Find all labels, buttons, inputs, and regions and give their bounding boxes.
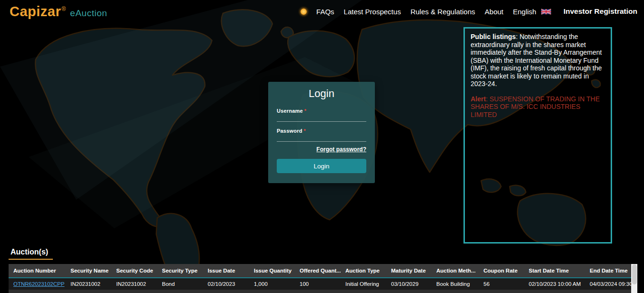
col-issue-date: Issue Date (203, 264, 249, 278)
cell-auction-number: OTNR62023102CPP (9, 278, 66, 290)
login-panel: Login Username* Password* Forgot passwor… (268, 82, 375, 183)
table-next-row-strip (9, 290, 631, 293)
col-auction-method: Auction Meth... (432, 264, 479, 278)
username-required-asterisk: * (304, 108, 306, 114)
password-input[interactable] (277, 134, 366, 142)
col-security-type: Security Type (157, 264, 203, 278)
username-label-text: Username (277, 108, 303, 114)
login-button[interactable]: Login (277, 159, 366, 173)
cell-security-code: IN20231002 (111, 278, 157, 290)
scrollbar-thumb[interactable] (632, 264, 637, 284)
col-auction-number: Auction Number (9, 264, 66, 278)
password-label: Password* (277, 128, 366, 134)
auctions-table-container: Auction Number Security Name Security Co… (9, 264, 637, 293)
password-label-text: Password (277, 128, 302, 134)
auctions-table: Auction Number Security Name Security Co… (9, 264, 631, 290)
cell-issue-quantity: 1,000 (249, 278, 295, 290)
password-required-asterisk: * (304, 128, 306, 134)
forgot-password-link[interactable]: Forgot password? (277, 146, 366, 153)
login-title: Login (277, 88, 366, 100)
public-listings-label: Public listings (471, 33, 516, 40)
col-end-date-time: End Date Time (585, 264, 631, 278)
table-header-row: Auction Number Security Name Security Co… (9, 264, 631, 278)
username-label: Username* (277, 108, 366, 114)
col-security-name: Security Name (66, 264, 111, 278)
col-maturity-date: Maturity Date (386, 264, 432, 278)
brand-name: Capizar (10, 4, 61, 20)
cell-security-name: IN20231002 (66, 278, 111, 290)
table-row: OTNR62023102CPP IN20231002 IN20231002 Bo… (9, 278, 631, 290)
col-coupon-rate: Coupon Rate (479, 264, 524, 278)
nav-menu: FAQs Latest Prospectus Rules & Regulatio… (301, 7, 637, 16)
top-navigation-bar: Capizar ® eAuction FAQs Latest Prospectu… (0, 0, 644, 23)
col-issue-quantity: Issue Quantity (249, 264, 295, 278)
cell-coupon-rate: 56 (479, 278, 524, 290)
uk-flag-icon (541, 9, 551, 15)
investor-registration-link[interactable]: Investor Registration (564, 7, 637, 16)
alert-paragraph: Alert: SUSPENSION OF TRADING IN THE SHAR… (471, 95, 605, 119)
nav-item-about[interactable]: About (485, 8, 503, 16)
auctions-heading: Auction(s) (9, 248, 53, 260)
col-start-date-time: Start Date Time (524, 264, 585, 278)
public-listings-text: : Notwithstanding the extraordinary rall… (471, 33, 602, 88)
brand-product-name: eAuction (70, 8, 107, 19)
public-listings-paragraph: Public listings: Notwithstanding the ext… (471, 33, 605, 88)
public-notice-panel: Public listings: Notwithstanding the ext… (463, 27, 612, 244)
col-security-code: Security Code (111, 264, 157, 278)
cell-auction-method: Book Building (432, 278, 479, 290)
alert-label: Alert (471, 95, 486, 103)
cell-end-date-time: 04/03/2024 09:30 PM (585, 278, 631, 290)
cell-start-date-time: 02/10/2023 10:00 AM (524, 278, 585, 290)
cell-auction-type: Initial Offering (341, 278, 386, 290)
registered-trademark-symbol: ® (61, 6, 66, 12)
sun-theme-toggle-icon[interactable] (301, 9, 307, 15)
col-offered-quantity: Offered Quant... (295, 264, 341, 278)
language-label: English (513, 8, 536, 16)
alert-text: : SUSPENSION OF TRADING IN THE SHARES OF… (471, 95, 600, 118)
nav-item-rules-regulations[interactable]: Rules & Regulations (411, 8, 475, 16)
username-input[interactable] (277, 114, 366, 122)
table-vertical-scrollbar[interactable] (631, 264, 637, 293)
col-auction-type: Auction Type (341, 264, 386, 278)
auction-number-link[interactable]: OTNR62023102CPP (13, 281, 64, 287)
cell-security-type: Bond (157, 278, 203, 290)
cell-maturity-date: 03/10/2029 (386, 278, 432, 290)
cell-offered-quantity: 100 (295, 278, 341, 290)
language-selector[interactable]: English (513, 8, 551, 16)
brand-logo[interactable]: Capizar ® eAuction (10, 4, 107, 20)
nav-item-faqs[interactable]: FAQs (316, 8, 334, 16)
cell-issue-date: 02/10/2023 (203, 278, 249, 290)
nav-item-latest-prospectus[interactable]: Latest Prospectus (344, 8, 401, 16)
